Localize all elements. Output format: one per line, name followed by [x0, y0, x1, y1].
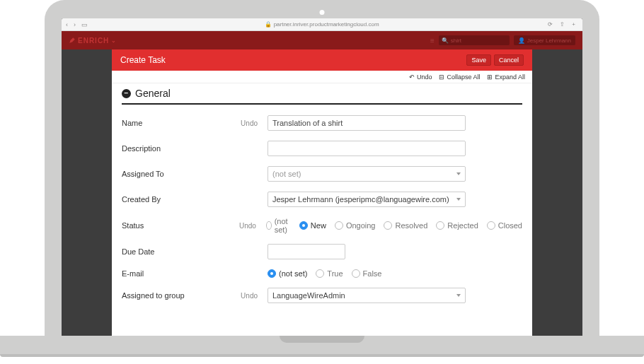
collapse-icon: ⊟: [439, 74, 444, 81]
radio-dot-icon: [487, 221, 495, 230]
email-radios-option[interactable]: True: [316, 269, 343, 278]
email-radios-option[interactable]: False: [352, 269, 382, 278]
radio-label: Resolved: [395, 221, 427, 230]
laptop-foot: [0, 354, 644, 357]
description-label: Description: [122, 144, 228, 153]
name-row: Name Undo: [112, 110, 532, 136]
screen-content: ‹ › ▭ 🔒 partner.inriver.productmarketing…: [62, 18, 582, 336]
assigned-group-label: Assigned to group: [122, 291, 228, 300]
collapse-toggle-icon[interactable]: −: [122, 89, 131, 98]
pencil-icon: [69, 37, 76, 44]
status-radios-option[interactable]: Resolved: [384, 221, 427, 230]
menu-icon[interactable]: ≡: [430, 37, 435, 45]
reload-icon[interactable]: ⟳: [548, 21, 553, 28]
search-icon: 🔍: [442, 37, 449, 44]
section-header[interactable]: − General: [122, 83, 522, 105]
assigned-group-row: Assigned to group Undo LanguageWireAdmin: [112, 283, 532, 308]
radio-dot-icon: [299, 221, 308, 230]
collapse-all-action[interactable]: ⊟ Collapse All: [439, 74, 480, 81]
radio-dot-icon: [268, 269, 276, 278]
expand-all-action[interactable]: ⊞ Expand All: [487, 74, 525, 81]
radio-label: True: [327, 269, 343, 278]
undo-action[interactable]: ↶ Undo: [409, 74, 432, 81]
email-label: E-mail: [122, 269, 228, 278]
back-icon[interactable]: ‹: [66, 21, 68, 28]
url-bar[interactable]: 🔒 partner.inriver.productmarketingcloud.…: [265, 21, 379, 28]
undo-icon: ↶: [409, 74, 415, 81]
camera-dot: [320, 10, 325, 15]
undo-label: Undo: [417, 74, 432, 81]
radio-dot-icon: [384, 221, 392, 230]
share-icon[interactable]: ⇪: [560, 21, 565, 28]
app-brand[interactable]: ENRICH ⌄: [69, 37, 117, 45]
laptop-base: [0, 336, 644, 356]
description-input[interactable]: [268, 141, 466, 156]
radio-label: (not set): [279, 269, 307, 278]
new-tab-icon[interactable]: +: [572, 21, 575, 28]
laptop-notch: [280, 336, 364, 343]
user-menu[interactable]: 👤 Jesper Lehrmann: [514, 35, 575, 45]
assigned-group-value: LanguageWireAdmin: [272, 291, 345, 300]
chevron-down-icon: ⌄: [111, 37, 117, 44]
status-radios-option[interactable]: New: [299, 221, 326, 230]
status-label: Status: [122, 221, 226, 230]
assigned-to-label: Assigned To: [122, 170, 228, 178]
chevron-down-icon: [456, 294, 461, 297]
search-input[interactable]: 🔍 shirt: [439, 35, 510, 45]
browser-chrome: ‹ › ▭ 🔒 partner.inriver.productmarketing…: [62, 18, 582, 31]
create-task-modal: Create Task Save Cancel ↶ Undo ⊟ Collaps…: [112, 49, 532, 336]
status-radios-option[interactable]: (not set): [266, 217, 291, 234]
due-date-label: Due Date: [122, 247, 228, 256]
modal-toolbar: ↶ Undo ⊟ Collapse All ⊞ Expand All: [112, 71, 532, 83]
email-radios-option[interactable]: (not set): [268, 269, 307, 278]
radio-dot-icon: [316, 269, 324, 278]
cancel-button[interactable]: Cancel: [494, 54, 524, 66]
save-button[interactable]: Save: [466, 54, 491, 66]
status-undo[interactable]: Undo: [232, 222, 260, 230]
modal-title: Create Task: [120, 55, 166, 65]
status-radios-option[interactable]: Ongoing: [335, 221, 376, 230]
radio-label: Rejected: [447, 221, 478, 230]
assigned-to-row: Assigned To (not set): [112, 161, 532, 187]
name-undo[interactable]: Undo: [234, 119, 262, 127]
modal-header: Create Task Save Cancel: [112, 49, 532, 71]
created-by-label: Created By: [122, 195, 228, 204]
radio-label: Ongoing: [346, 221, 376, 230]
created-by-select[interactable]: Jesper Lehrmann (jesperipmc@languagewire…: [268, 192, 466, 207]
assigned-to-value: (not set): [272, 170, 301, 178]
status-row: Status Undo (not set)NewOngoingResolvedR…: [112, 212, 532, 239]
radio-dot-icon: [266, 221, 272, 230]
description-row: Description: [112, 136, 532, 161]
chevron-down-icon: [456, 172, 461, 175]
url-text: partner.inriver.productmarketingcloud.co…: [274, 21, 379, 28]
radio-dot-icon: [352, 269, 360, 278]
app-header: ENRICH ⌄ ≡ 🔍 shirt 👤 Jesper Lehrmann: [62, 31, 582, 49]
chevron-down-icon: [456, 198, 461, 201]
name-label: Name: [122, 119, 228, 127]
name-input[interactable]: [268, 115, 466, 131]
assigned-to-select[interactable]: (not set): [268, 166, 466, 182]
screen-bezel: ‹ › ▭ 🔒 partner.inriver.productmarketing…: [45, 0, 599, 336]
radio-label: False: [363, 269, 382, 278]
user-name: Jesper Lehrmann: [527, 37, 571, 44]
radio-label: (not set): [275, 217, 291, 234]
due-date-row: Due Date: [112, 239, 532, 264]
section-title: General: [135, 88, 171, 99]
radio-dot-icon: [335, 221, 343, 230]
tabs-icon[interactable]: ▭: [81, 21, 88, 28]
expand-label: Expand All: [495, 74, 525, 81]
assigned-group-undo[interactable]: Undo: [234, 292, 262, 300]
expand-icon: ⊞: [487, 74, 493, 81]
brand-text: ENRICH: [78, 37, 109, 45]
user-icon: 👤: [518, 37, 525, 44]
created-by-row: Created By Jesper Lehrmann (jesperipmc@l…: [112, 187, 532, 212]
forward-icon[interactable]: ›: [74, 21, 76, 28]
browser-right-buttons: ⟳ ⇪ +: [548, 21, 575, 28]
lock-icon: 🔒: [265, 21, 272, 28]
due-date-input[interactable]: [268, 244, 345, 259]
status-radios-option[interactable]: Rejected: [436, 221, 478, 230]
status-radios-option[interactable]: Closed: [487, 221, 522, 230]
radio-label: Closed: [498, 221, 522, 230]
assigned-group-select[interactable]: LanguageWireAdmin: [268, 288, 466, 303]
general-section: − General: [112, 83, 532, 105]
